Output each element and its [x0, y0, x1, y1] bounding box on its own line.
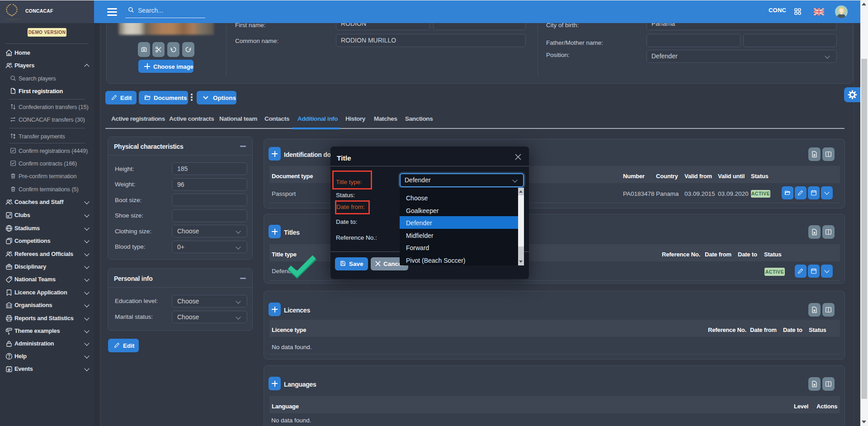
svg-text:Concacaf: Concacaf — [5, 17, 19, 21]
